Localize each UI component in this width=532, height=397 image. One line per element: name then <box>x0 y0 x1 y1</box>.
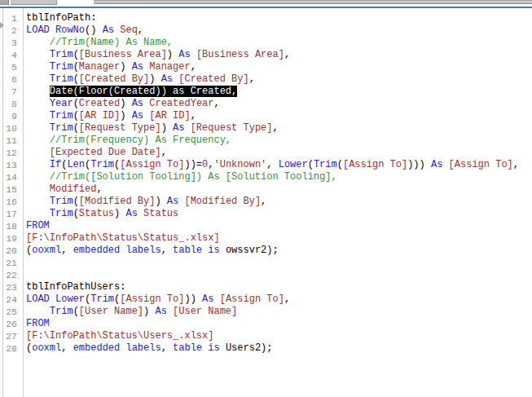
code-token: Trim <box>90 159 114 170</box>
code-token: LOAD <box>26 293 50 305</box>
code-token: Trim <box>314 159 337 170</box>
code-line[interactable]: 4 Trim([Business Area]) As [Business Are… <box>0 49 532 61</box>
code-token: ( <box>73 196 79 207</box>
toolbar-strip <box>0 0 532 8</box>
code-line[interactable]: 23tblInfoPathUsers: <box>0 281 532 293</box>
script-editor[interactable]: 1tblInfoPath:2LOAD RowNo() As Seq,3 //Tr… <box>0 8 532 397</box>
code-text: Trim([User Name]) As [User Name] <box>20 306 237 318</box>
line-number: 13 <box>0 159 20 171</box>
line-number: 16 <box>0 196 20 208</box>
code-token: Trim <box>90 293 114 305</box>
code-token: ( <box>73 61 79 73</box>
code-token: table <box>173 342 202 354</box>
code-token: , <box>96 183 102 195</box>
code-token: Modified <box>50 183 97 195</box>
code-text: (ooxml, embedded labels, table is Users2… <box>20 342 273 355</box>
code-token: is <box>208 342 219 354</box>
code-token: //Trim(Frequency) As Frequency, <box>50 135 231 146</box>
code-line[interactable]: 8 Year(Created) As CreatedYear, <box>0 98 532 110</box>
code-line[interactable]: 25 Trim([User Name]) As [User Name] <box>0 306 532 318</box>
code-token: As <box>125 208 137 219</box>
selected-text[interactable]: Date(Floor(Created)) as Created, <box>50 86 237 97</box>
code-line[interactable]: 26FROM <box>0 318 532 330</box>
code-token: FROM <box>26 220 50 232</box>
code-line[interactable]: 12 [Expected Due Date], <box>0 147 532 159</box>
code-token <box>26 110 50 121</box>
code-token: ( <box>73 122 79 134</box>
code-token: , <box>266 159 278 170</box>
code-token: tblInfoPath: <box>26 12 96 24</box>
code-line[interactable]: 3 //Trim(Name) As Name, <box>0 37 532 49</box>
code-token <box>184 122 190 134</box>
code-line[interactable]: 1tblInfoPath: <box>0 12 532 24</box>
code-token: Lower <box>55 293 85 305</box>
code-token: [F:\InfoPath\Status\Status_.xlsx] <box>26 232 220 244</box>
code-line[interactable]: 13 If(Len(Trim([Assign To]))=0,'Unknown'… <box>0 159 532 171</box>
code-token: owssvr2); <box>220 245 279 256</box>
code-line[interactable]: 19[F:\InfoPath\Status\Status_.xlsx] <box>0 232 532 245</box>
code-line[interactable]: 7 Date(Floor(Created)) as Created, <box>0 86 532 98</box>
code-line[interactable]: 10 Trim([Request Type]) As [Request Type… <box>0 122 532 135</box>
code-line[interactable]: 9 Trim([AR ID]) As [AR ID], <box>0 110 532 122</box>
code-line[interactable]: 21 <box>0 257 532 269</box>
code-text: //Trim([Solution Tooling]) As [Solution … <box>20 171 337 183</box>
code-token: [Created By] <box>178 73 248 85</box>
code-line[interactable]: 5 Trim(Manager) As Manager, <box>0 61 532 73</box>
code-line[interactable]: 17 Trim(Status) As Status <box>0 208 532 220</box>
code-token: ( <box>308 159 314 170</box>
line-number: 10 <box>0 122 20 135</box>
code-token: , <box>161 147 167 158</box>
code-token <box>26 306 50 317</box>
code-token: Trim <box>50 110 73 121</box>
code-token: , <box>161 342 173 354</box>
code-token <box>26 49 50 60</box>
code-token <box>50 293 55 305</box>
code-token: , <box>61 245 73 256</box>
line-number: 24 <box>0 293 20 306</box>
code-line[interactable]: 11 //Trim(Frequency) As Frequency, <box>0 135 532 147</box>
code-text: Trim(Manager) As Manager, <box>20 61 196 73</box>
code-line[interactable]: 27[F:\InfoPath\Status\Users_.xlsx] <box>0 330 532 342</box>
code-line[interactable]: 28(ooxml, embedded labels, table is User… <box>0 342 532 355</box>
code-token: [Assign To] <box>220 293 284 305</box>
code-token: As <box>431 159 442 170</box>
line-number: 8 <box>0 98 20 110</box>
code-line[interactable]: 2LOAD RowNo() As Seq, <box>0 24 532 37</box>
code-line[interactable]: 18FROM <box>0 220 532 232</box>
code-token <box>50 24 55 36</box>
code-line[interactable]: 15 Modified, <box>0 183 532 196</box>
code-token: [Expected Due Date] <box>50 147 161 158</box>
code-token: As <box>103 24 114 36</box>
line-number: 11 <box>0 135 20 147</box>
code-token: ) <box>120 110 131 121</box>
toolbar-fragment-left <box>0 0 9 5</box>
code-token: Users2); <box>220 342 273 354</box>
code-token: Trim <box>50 61 73 73</box>
code-token: ) <box>149 73 160 85</box>
code-token: )) <box>184 293 202 305</box>
code-text: //Trim(Frequency) As Frequency, <box>20 135 231 147</box>
code-token: [Request Type] <box>191 122 273 134</box>
code-lines-container[interactable]: 1tblInfoPath:2LOAD RowNo() As Seq,3 //Tr… <box>0 12 532 355</box>
code-line[interactable]: 24LOAD Lower(Trim([Assign To])) As [Assi… <box>0 293 532 306</box>
code-line[interactable]: 20(ooxml, embedded labels, table is owss… <box>0 245 532 257</box>
code-token: CreatedYear <box>149 98 213 109</box>
code-token: , <box>261 196 266 207</box>
code-token <box>26 98 50 109</box>
line-number: 7 <box>0 86 20 98</box>
code-token: As <box>132 110 143 121</box>
code-token: , <box>138 24 143 36</box>
code-line[interactable]: 16 Trim([Modified By]) As [Modified By], <box>0 196 532 208</box>
code-token: ))= <box>184 159 202 170</box>
code-token: ooxml <box>32 342 61 354</box>
code-token: [AR ID] <box>79 110 120 121</box>
code-line[interactable]: 6 Trim([Created By]) As [Created By], <box>0 73 532 86</box>
code-line[interactable]: 22 <box>0 269 532 281</box>
code-line[interactable]: 14 //Trim([Solution Tooling]) As [Soluti… <box>0 171 532 183</box>
code-token: ( <box>73 306 79 317</box>
line-number: 4 <box>0 49 20 61</box>
code-token: [Assign To] <box>120 159 184 170</box>
code-text: Trim([Request Type]) As [Request Type], <box>20 122 279 135</box>
code-token: , <box>284 293 290 305</box>
code-token: Len <box>67 159 85 170</box>
